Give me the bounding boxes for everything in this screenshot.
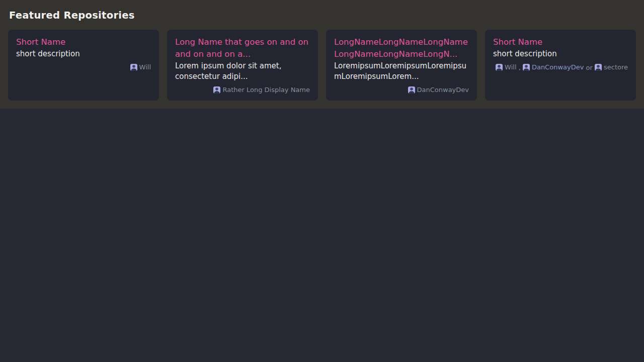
repo-cards-row: Short Name short description Will Long N… — [8, 30, 636, 101]
user-avatar-icon — [213, 86, 220, 94]
repo-card[interactable]: Short Name short description Will — [8, 30, 159, 101]
repo-author[interactable]: DanConwayDev — [523, 63, 584, 71]
author-name: Rather Long Display Name — [222, 86, 310, 94]
user-avatar-icon — [408, 86, 415, 94]
user-avatar-icon — [130, 64, 137, 71]
repo-description: LoremipsumLoremipsumLoremipsumLoremipsum… — [334, 61, 469, 81]
author-name: Will — [505, 63, 516, 71]
repo-description: short description — [493, 49, 628, 59]
repo-card[interactable]: Long Name that goes on and on and on and… — [167, 30, 318, 101]
repo-authors: Will — [16, 63, 151, 72]
repo-name[interactable]: Short Name — [16, 36, 151, 48]
author-name: Will — [139, 63, 151, 71]
repo-author[interactable]: DanConwayDev — [408, 86, 469, 94]
user-avatar-icon — [523, 64, 530, 71]
author-name: DanConwayDev — [417, 86, 469, 94]
repo-name[interactable]: Long Name that goes on and on and on and… — [175, 36, 310, 60]
page-title: Featured Repositories — [9, 10, 635, 21]
repo-author[interactable]: Will — [496, 63, 516, 71]
repo-author[interactable]: Rather Long Display Name — [213, 86, 310, 94]
repo-card[interactable]: Short Name short description Will , DanC… — [485, 30, 636, 101]
repo-authors: Rather Long Display Name — [175, 85, 310, 94]
repo-description: short description — [16, 49, 151, 59]
repo-authors: DanConwayDev — [334, 85, 469, 94]
repo-name[interactable]: Short Name — [493, 36, 628, 48]
repo-description: Lorem ipsum dolor sit amet, consectetur … — [175, 61, 310, 81]
author-separator: , — [517, 63, 523, 71]
featured-repositories-section: Featured Repositories Short Name short d… — [0, 0, 644, 109]
repo-author[interactable]: Will — [130, 63, 151, 71]
user-avatar-icon — [496, 64, 503, 71]
repo-name[interactable]: LongNameLongNameLongNameLongNameLongName… — [334, 36, 469, 60]
author-name: DanConwayDev — [532, 63, 584, 71]
author-separator: or — [584, 63, 595, 71]
repo-author[interactable]: sectore — [595, 63, 628, 71]
repo-authors: Will , DanConwayDev or sectore — [493, 63, 628, 72]
repo-card[interactable]: LongNameLongNameLongNameLongNameLongName… — [326, 30, 477, 101]
author-name: sectore — [604, 63, 628, 71]
user-avatar-icon — [595, 64, 602, 71]
